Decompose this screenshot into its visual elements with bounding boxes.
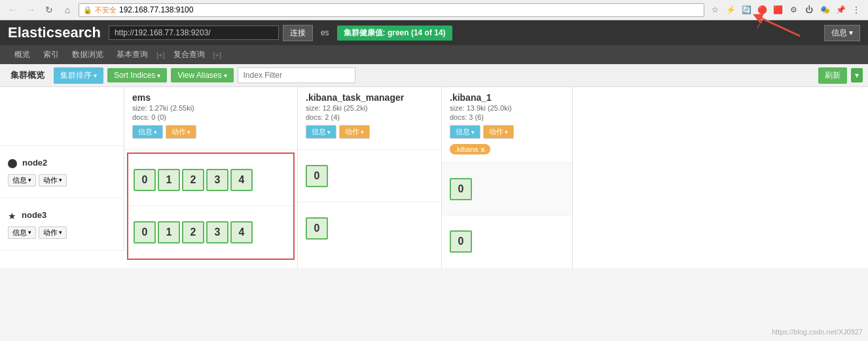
index-filter-input[interactable] (238, 67, 355, 83)
reload-button[interactable]: ↻ (42, 3, 56, 17)
kibana-task-node3-shard-0[interactable]: 0 (306, 217, 328, 240)
ems-size: size: 1.27ki (2.55ki) (132, 104, 289, 112)
ext7-button[interactable]: 🎭 (818, 3, 831, 16)
kibana-task-header: .kibana_task_manager size: 12.6ki (25.2k… (298, 87, 441, 150)
info-top-button[interactable]: 信息 ▾ (824, 25, 860, 41)
node2-name: node2 (22, 158, 47, 168)
app-header: Elasticsearch 连接 es 集群健康值: green (14 of … (0, 20, 868, 45)
kibana-task-actions: 信息 ▾ 动作 ▾ (306, 125, 433, 139)
kibana1-action-button[interactable]: 动作 ▾ (483, 125, 514, 139)
node3-action-button[interactable]: 动作 ▾ (39, 226, 67, 239)
security-label: 不安全 (95, 5, 117, 15)
node3-star-icon: ★ (8, 211, 16, 221)
url-input[interactable] (109, 26, 279, 40)
node2-info-button[interactable]: 信息 ▾ (8, 174, 36, 187)
cluster-overview-label[interactable]: 集群概览 (5, 67, 50, 84)
cluster-health-badge: 集群健康值: green (14 of 14) (337, 26, 452, 41)
ems-index-header: ems size: 1.27ki (2.55ki) docs: 0 (0) 信息… (124, 87, 297, 150)
kibana-task-node2-shards: 0 (298, 150, 441, 202)
node3-cell: ★ node3 信息 ▾ 动作 ▾ (0, 198, 124, 251)
url-bar: 连接 (109, 25, 313, 41)
ems-node3-shard-3[interactable]: 3 (206, 221, 228, 243)
kibana-task-node2-shard-0[interactable]: 0 (306, 165, 328, 187)
alias-close-button[interactable]: x (480, 145, 484, 153)
ems-node2-shard-4[interactable]: 4 (230, 169, 253, 191)
ems-index-actions: 信息 ▾ 动作 ▾ (132, 125, 289, 139)
home-button[interactable]: ⌂ (60, 3, 75, 17)
star-button[interactable]: ☆ (708, 3, 721, 16)
ems-node3-shards: 0 1 2 3 4 (128, 206, 293, 259)
ems-node2-shard-1[interactable]: 1 (158, 169, 180, 191)
kibana1-alias-badge: .kibana x (450, 144, 564, 157)
node2-actions: 信息 ▾ 动作 ▾ (8, 174, 116, 187)
kibana-task-size: size: 12.6ki (25.2ki) (306, 104, 433, 112)
node2-action-button[interactable]: 动作 ▾ (39, 174, 67, 187)
kibana1-node3-shards: 0 (442, 215, 572, 268)
ext6-button[interactable]: ⏻ (803, 3, 816, 16)
ext1-button[interactable]: ⚡ (724, 3, 737, 16)
tab-data-browse[interactable]: 数据浏览 (65, 45, 110, 64)
arrow-svg (744, 13, 803, 39)
kibana-task-docs: docs: 2 (4) (306, 113, 433, 121)
node2-status-dot (8, 159, 17, 168)
ems-action-button[interactable]: 动作 ▾ (166, 125, 196, 139)
address-bar: 🔒 不安全 192.168.77.138:9100 (79, 3, 704, 17)
kibana1-header: .kibana_1 size: 13.9ki (25.0ki) docs: 3 … (442, 87, 572, 163)
nodes-column: node2 信息 ▾ 动作 ▾ ★ node3 (0, 87, 124, 268)
kibana-task-action-button[interactable]: 动作 ▾ (339, 125, 370, 139)
kibana1-size: size: 13.9ki (25.0ki) (450, 104, 564, 112)
ems-docs: docs: 0 (0) (132, 113, 289, 121)
kibana1-node3-shard-0[interactable]: 0 (450, 230, 472, 253)
address-text: 192.168.77.138:9100 (119, 5, 193, 14)
ext8-button[interactable]: 📌 (834, 3, 847, 16)
tab-basic-query[interactable]: 基本查询 (110, 45, 154, 64)
kibana1-actions: 信息 ▾ 动作 ▾ (450, 125, 564, 139)
tab-index[interactable]: 索引 (37, 45, 65, 64)
ems-node3-shard-4[interactable]: 4 (230, 221, 253, 243)
kibana1-index-column: .kibana_1 size: 13.9ki (25.0ki) docs: 3 … (442, 87, 573, 268)
ems-info-button[interactable]: 信息 ▾ (132, 125, 163, 139)
tab-complex-plus[interactable]: [+] (211, 47, 224, 63)
ems-node3-shard-1[interactable]: 1 (158, 221, 180, 243)
kibana1-docs: docs: 3 (6) (450, 113, 564, 121)
node3-name: node3 (22, 210, 46, 220)
kibana-task-name: .kibana_task_manager (306, 92, 433, 103)
toolbar: 集群概览 集群排序 ▾ Sort Indices ▾ View Aliases … (0, 64, 868, 87)
cluster-name-label: es (321, 28, 329, 37)
ems-node2-shard-2[interactable]: 2 (182, 169, 204, 191)
cluster-sort-button[interactable]: 集群排序 ▾ (54, 67, 103, 84)
kibana1-info-button[interactable]: 信息 ▾ (450, 125, 480, 139)
refresh-caret-button[interactable]: ▾ (851, 68, 863, 82)
ems-node2-shard-3[interactable]: 3 (206, 169, 228, 191)
ems-index-column: ems size: 1.27ki (2.55ki) docs: 0 (0) 信息… (124, 87, 298, 268)
view-aliases-button[interactable]: View Aliases ▾ (171, 68, 233, 82)
lock-icon: 🔒 (83, 6, 92, 14)
ems-index-name: ems (132, 92, 289, 103)
nav-tabs: 概览 索引 数据浏览 基本查询 [+] 复合查询 [+] (0, 45, 868, 64)
ems-node3-shard-0[interactable]: 0 (134, 221, 156, 243)
back-button[interactable]: ← (5, 3, 20, 17)
node3-info-button[interactable]: 信息 ▾ (8, 226, 36, 239)
ems-node2-shards: 0 1 2 3 4 (128, 154, 293, 206)
ems-shards-highlight: 0 1 2 3 4 0 1 2 3 4 (127, 153, 295, 260)
kibana1-name: .kibana_1 (450, 92, 564, 103)
connect-button[interactable]: 连接 (283, 25, 313, 41)
svg-line-1 (757, 16, 800, 36)
refresh-button[interactable]: 刷新 (818, 67, 847, 84)
ems-node3-shard-2[interactable]: 2 (182, 221, 204, 243)
menu-button[interactable]: ⋮ (850, 3, 863, 16)
kibana1-node2-shards: 0 (442, 163, 572, 215)
node2-cell: node2 信息 ▾ 动作 ▾ (0, 146, 124, 198)
node3-actions: 信息 ▾ 动作 ▾ (8, 226, 116, 239)
tab-overview[interactable]: 概览 (8, 45, 37, 64)
kibana1-node2-shard-0[interactable]: 0 (450, 178, 472, 200)
main-content: node2 信息 ▾ 动作 ▾ ★ node3 (0, 87, 868, 268)
tab-complex-query[interactable]: 复合查询 (167, 45, 211, 64)
kibana-task-info-button[interactable]: 信息 ▾ (306, 125, 336, 139)
forward-button[interactable]: → (24, 3, 38, 17)
kibana-task-node3-shards: 0 (298, 202, 441, 255)
tab-basic-plus[interactable]: [+] (154, 47, 167, 63)
ems-node2-shard-0[interactable]: 0 (134, 169, 156, 191)
sort-indices-button[interactable]: Sort Indices ▾ (107, 68, 167, 82)
kibana-task-index-column: .kibana_task_manager size: 12.6ki (25.2k… (298, 87, 442, 268)
